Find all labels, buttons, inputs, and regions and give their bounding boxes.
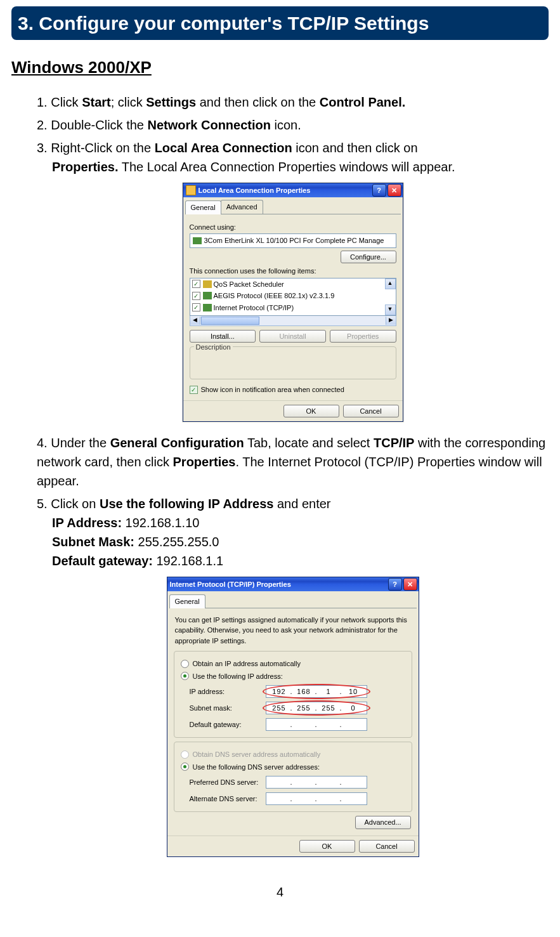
adapter-field[interactable]: 3Com EtherLink XL 10/100 PCI For Complet…	[190, 233, 396, 248]
checkbox-icon[interactable]	[190, 386, 198, 394]
t: and enter	[273, 497, 330, 511]
t: Network Connection	[148, 118, 271, 132]
ok-button[interactable]: OK	[283, 405, 339, 418]
step-4: 4. Under the General Configuration Tab, …	[37, 433, 549, 490]
tcpip-properties-dialog: Internet Protocol (TCP/IP) Properties ? …	[167, 577, 419, 857]
preferred-dns-field[interactable]: ...	[266, 776, 367, 789]
t: Properties.	[52, 160, 118, 174]
tab-advanced[interactable]: Advanced	[221, 200, 263, 214]
radio-label: Use the following IP address:	[193, 671, 283, 682]
radio-obtain-dns[interactable]: Obtain DNS server address automatically	[181, 749, 405, 760]
t: 192.168.1.1	[156, 554, 223, 568]
dot: .	[289, 794, 293, 804]
list-item[interactable]: AEGIS Protocol (IEEE 802.1x) v2.3.1.9	[190, 290, 396, 302]
nic-icon	[193, 237, 202, 244]
seg: 0	[343, 703, 364, 714]
alternate-dns-field[interactable]: ...	[266, 792, 367, 805]
cancel-button[interactable]: Cancel	[359, 840, 415, 853]
title-bar[interactable]: Internet Protocol (TCP/IP) Properties ? …	[167, 577, 419, 591]
alternate-dns-label: Alternate DNS server:	[190, 794, 266, 804]
close-button[interactable]: ✕	[403, 578, 417, 591]
t: ; click	[111, 95, 147, 109]
component-icon	[203, 304, 212, 311]
ok-button[interactable]: OK	[299, 840, 355, 853]
t: 5. Click on	[37, 497, 100, 511]
item-label: AEGIS Protocol (IEEE 802.1x) v2.3.1.9	[214, 291, 335, 301]
list-item[interactable]: Internet Protocol (TCP/IP)	[190, 302, 396, 314]
cancel-button[interactable]: Cancel	[343, 405, 399, 418]
radio-label: Use the following DNS server addresses:	[193, 762, 320, 773]
default-gateway-field[interactable]: ...	[266, 718, 367, 731]
item-label: Internet Protocol (TCP/IP)	[214, 303, 294, 313]
step-2: 2. Double-Click the Network Connection i…	[37, 115, 549, 134]
preferred-dns-label: Preferred DNS server:	[190, 777, 266, 788]
dot: .	[314, 794, 318, 804]
tab-general[interactable]: General	[185, 200, 221, 214]
connect-using-label: Connect using:	[190, 222, 396, 233]
t: 3. Right-Click on the	[37, 141, 155, 155]
radio-obtain-ip[interactable]: Obtain an IP address automatically	[181, 659, 405, 669]
tab-general[interactable]: General	[169, 594, 205, 608]
t: Default gateway:	[52, 554, 156, 568]
t: Start	[82, 95, 111, 109]
subnet-mask-field[interactable]: 255.255.255.0	[266, 702, 367, 714]
steps-block: 1. Click Start; click Settings and then …	[37, 93, 549, 857]
items-listbox[interactable]: QoS Packet Scheduler AEGIS Protocol (IEE…	[190, 278, 396, 316]
description-text: You can get IP settings assigned automat…	[175, 615, 411, 646]
t: 1. Click	[37, 95, 82, 109]
dot: .	[339, 777, 342, 788]
configure-button[interactable]: Configure...	[341, 251, 396, 264]
list-item[interactable]: QoS Packet Scheduler	[190, 278, 396, 291]
scroll-right-button[interactable]: ▶	[386, 317, 396, 325]
help-button[interactable]: ?	[372, 184, 386, 197]
radio-label: Obtain an IP address automatically	[193, 659, 301, 669]
checkbox-icon[interactable]	[192, 292, 200, 300]
checkbox-icon[interactable]	[192, 280, 200, 288]
dialog-body: Connect using: 3Com EtherLink XL 10/100 …	[183, 214, 403, 400]
t: Local Area Connection	[155, 141, 292, 155]
advanced-button[interactable]: Advanced...	[355, 816, 411, 829]
radio-use-dns[interactable]: Use the following DNS server addresses:	[181, 762, 405, 773]
scroll-up-button[interactable]: ▲	[385, 278, 396, 289]
close-button[interactable]: ✕	[387, 184, 401, 197]
scroll-left-button[interactable]: ◀	[190, 317, 200, 325]
t: Properties	[173, 455, 236, 469]
description-group: Description	[190, 346, 396, 379]
seg: 255	[294, 703, 315, 714]
tab-row: General	[169, 594, 417, 608]
items-label: This connection uses the following items…	[190, 266, 396, 277]
scroll-thumb[interactable]	[201, 317, 259, 325]
uninstall-button[interactable]: Uninstall	[259, 330, 326, 343]
t: IP Address:	[52, 516, 126, 530]
radio-icon	[181, 763, 189, 771]
t: 2. Double-Click the	[37, 118, 148, 132]
seg: 192	[269, 686, 290, 697]
help-button[interactable]: ?	[388, 578, 402, 591]
dot: .	[339, 794, 342, 804]
dns-group: Obtain DNS server address automatically …	[174, 742, 412, 812]
dot: .	[289, 777, 293, 788]
dialog-footer: OK Cancel	[183, 400, 403, 422]
properties-button[interactable]: Properties	[330, 330, 396, 343]
show-icon-checkbox[interactable]: Show icon in notification area when conn…	[190, 384, 396, 395]
page-number: 4	[11, 882, 549, 901]
t: Use the following IP Address	[100, 497, 274, 511]
checkbox-icon[interactable]	[192, 303, 200, 311]
ip-address-field[interactable]: 192.168.1.10	[266, 685, 367, 698]
t: icon and then click on	[292, 141, 418, 155]
t: 192.168.1.10	[126, 516, 200, 530]
step-5: 5. Click on Use the following IP Address…	[37, 494, 549, 570]
t: and then click on the	[196, 95, 320, 109]
scroll-down-button[interactable]: ▼	[385, 305, 396, 315]
dot: .	[289, 719, 293, 730]
radio-use-ip[interactable]: Use the following IP address:	[181, 671, 405, 682]
subnet-mask-label: Subnet mask:	[190, 703, 266, 714]
title-bar[interactable]: Local Area Connection Properties ? ✕	[183, 183, 403, 197]
radio-label: Obtain DNS server address automatically	[193, 749, 321, 760]
show-icon-label: Show icon in notification area when conn…	[201, 384, 344, 395]
h-scrollbar[interactable]: ◀ ▶	[190, 315, 396, 326]
description-legend: Description	[194, 343, 233, 351]
install-button[interactable]: Install...	[190, 330, 256, 343]
t: icon.	[271, 118, 301, 132]
window-title: Local Area Connection Properties	[199, 185, 371, 196]
